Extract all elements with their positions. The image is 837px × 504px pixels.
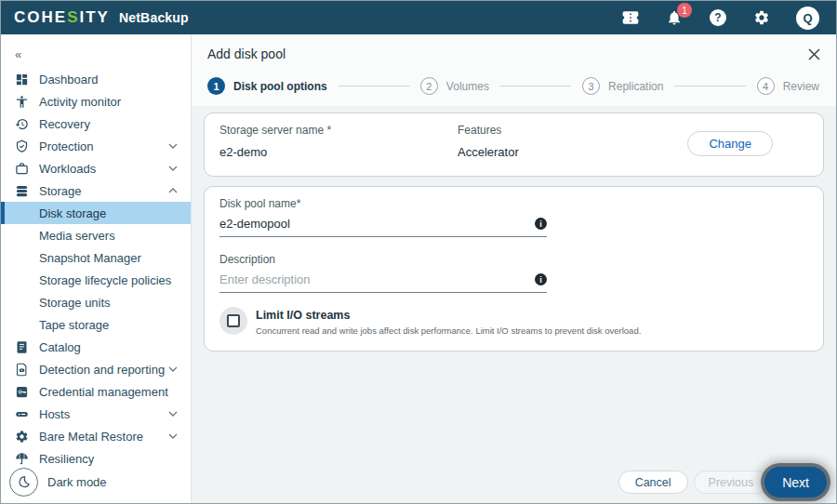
credential-key-icon <box>14 384 29 399</box>
wizard-footer: Cancel Previous Next <box>618 467 827 497</box>
step-label: Replication <box>608 80 663 93</box>
help-icon[interactable]: ? <box>709 8 727 27</box>
sidebar-item-storage-lifecycle-policies[interactable]: Storage lifecycle policies <box>1 269 191 291</box>
sidebar-item-resiliency[interactable]: Resiliency <box>1 447 191 470</box>
sidebar-item-label: Catalog <box>39 340 81 354</box>
sidebar: « Dashboard Activity monitor Recovery Pr… <box>1 34 192 503</box>
sidebar-item-label: Recovery <box>39 117 90 131</box>
storage-server-name-value: e2-demo <box>219 145 458 159</box>
checkbox-icon <box>227 314 240 327</box>
disk-pool-name-input[interactable] <box>219 217 535 231</box>
sidebar-item-label: Credential management <box>39 385 168 399</box>
step-review: 4 Review <box>757 77 819 95</box>
topbar: COHESITY NetBackup 1 ? Q <box>1 1 836 34</box>
chevron-down-icon <box>168 143 178 149</box>
sidebar-item-label: Storage <box>39 184 82 198</box>
chevron-down-icon <box>168 411 178 417</box>
sidebar-child-label: Disk storage <box>39 206 106 220</box>
sidebar-item-protection[interactable]: Protection <box>1 135 191 157</box>
sidebar-collapse-button[interactable]: « <box>1 40 191 68</box>
sidebar-item-recovery[interactable]: Recovery <box>1 113 191 135</box>
step-disk-pool-options: 1 Disk pool options <box>207 77 327 95</box>
sidebar-child-label: Tape storage <box>39 318 109 332</box>
notifications-bell-icon[interactable]: 1 <box>665 8 684 27</box>
main-panel: Add disk pool 1 Disk pool options 2 Volu… <box>192 34 836 503</box>
sidebar-item-label: Bare Metal Restore <box>39 430 143 444</box>
sidebar-item-label: Detection and reporting <box>39 363 165 377</box>
limit-io-streams-label: Limit I/O streams <box>256 309 641 322</box>
storage-server-name-label: Storage server name * <box>219 124 458 137</box>
close-icon[interactable] <box>806 46 821 61</box>
step-connector <box>339 86 409 86</box>
detection-report-icon <box>14 362 29 377</box>
step-number: 3 <box>582 77 600 95</box>
sidebar-item-credential-management[interactable]: Credential management <box>1 380 191 403</box>
cohesity-logo: COHESITY <box>14 8 110 27</box>
product-name: NetBackup <box>119 10 189 25</box>
limit-io-streams-checkbox[interactable] <box>219 307 247 335</box>
sidebar-child-label: Storage lifecycle policies <box>39 273 171 287</box>
brand-s: S <box>67 8 79 26</box>
sidebar-item-disk-storage[interactable]: Disk storage <box>1 202 191 224</box>
sidebar-item-label: Protection <box>39 139 94 153</box>
sidebar-child-label: Snapshot Manager <box>39 251 141 265</box>
brand-post: ITY <box>79 8 109 26</box>
sidebar-child-label: Storage units <box>39 296 111 310</box>
cancel-button[interactable]: Cancel <box>618 471 688 494</box>
sidebar-item-detection-and-reporting[interactable]: Detection and reporting <box>1 358 191 380</box>
sidebar-item-hosts[interactable]: Hosts <box>1 403 191 425</box>
resiliency-umbrella-icon <box>14 451 29 466</box>
step-number: 2 <box>420 77 438 95</box>
info-icon[interactable]: i <box>535 273 547 285</box>
sidebar-item-storage[interactable]: Storage <box>1 179 191 202</box>
step-label: Disk pool options <box>233 80 327 93</box>
sidebar-item-storage-units[interactable]: Storage units <box>1 291 191 313</box>
hosts-server-icon <box>14 406 29 421</box>
sidebar-item-label: Dashboard <box>39 73 99 86</box>
change-button[interactable]: Change <box>687 131 773 156</box>
sidebar-item-activity-monitor[interactable]: Activity monitor <box>1 90 191 113</box>
disk-pool-form-card: Disk pool name* i Description i Limit I/… <box>204 186 824 351</box>
disk-pool-name-row: i <box>219 217 547 237</box>
sidebar-item-media-servers[interactable]: Media servers <box>1 224 191 246</box>
protection-shield-icon <box>14 139 29 153</box>
moon-icon <box>9 468 38 497</box>
storage-disks-icon <box>14 183 29 198</box>
recovery-icon <box>14 116 29 131</box>
topbar-actions: 1 ? Q <box>621 7 823 30</box>
description-label: Description <box>219 253 808 266</box>
limit-io-streams-row: Limit I/O streams Concurrent read and wr… <box>219 307 808 336</box>
info-icon[interactable]: i <box>535 218 547 230</box>
sidebar-item-label: Resiliency <box>39 452 94 466</box>
settings-gear-icon[interactable] <box>752 8 771 27</box>
activity-monitor-icon <box>14 94 29 109</box>
sidebar-item-snapshot-manager[interactable]: Snapshot Manager <box>1 246 191 269</box>
next-button[interactable]: Next <box>764 467 827 497</box>
sidebar-item-tape-storage[interactable]: Tape storage <box>1 313 191 336</box>
user-avatar[interactable]: Q <box>796 7 819 30</box>
features-value: Accelerator <box>458 145 687 159</box>
step-label: Review <box>783 80 819 93</box>
description-input[interactable] <box>219 272 535 286</box>
chevron-down-icon <box>168 433 178 439</box>
app-window: COHESITY NetBackup 1 ? Q « Dashboard <box>0 0 837 504</box>
sidebar-item-dashboard[interactable]: Dashboard <box>1 68 191 90</box>
previous-button[interactable]: Previous <box>694 471 769 494</box>
workloads-briefcase-icon <box>14 161 29 176</box>
sidebar-item-bare-metal-restore[interactable]: Bare Metal Restore <box>1 425 191 447</box>
chevron-down-icon <box>168 166 178 171</box>
dark-mode-toggle[interactable]: Dark mode <box>9 468 107 497</box>
sidebar-item-label: Hosts <box>39 407 70 421</box>
step-label: Volumes <box>446 80 489 93</box>
license-ticket-icon[interactable] <box>621 8 640 27</box>
features-label: Features <box>458 124 687 137</box>
sidebar-item-catalog[interactable]: Catalog <box>1 336 191 358</box>
help-glyph: ? <box>710 9 726 26</box>
wizard-stepper: 1 Disk pool options 2 Volumes 3 Replicat… <box>207 77 821 95</box>
step-replication: 3 Replication <box>582 77 663 95</box>
brand-pre: COHE <box>14 8 67 26</box>
sidebar-item-label: Activity monitor <box>39 95 121 109</box>
sidebar-item-workloads[interactable]: Workloads <box>1 157 191 179</box>
sidebar-item-label: Workloads <box>39 162 96 176</box>
catalog-book-icon <box>14 339 29 354</box>
